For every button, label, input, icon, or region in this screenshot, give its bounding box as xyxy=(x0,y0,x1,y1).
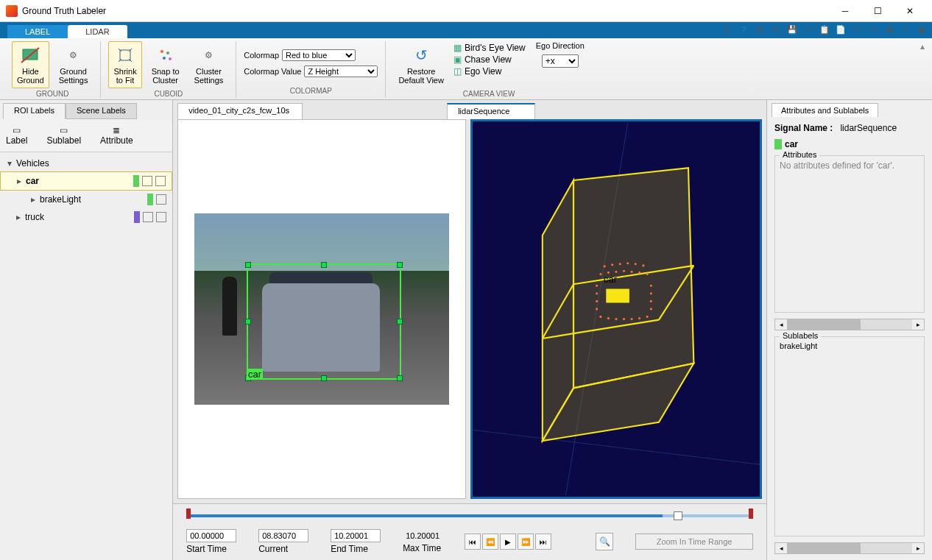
tree-item-truck[interactable]: ▸ truck xyxy=(0,208,172,226)
qa-help2-icon[interactable]: ? xyxy=(900,24,911,35)
roi-labels-tab[interactable]: ROI Labels xyxy=(3,103,66,119)
svg-point-42 xyxy=(638,317,640,319)
tree-group-vehicles[interactable]: ▾ Vehicles xyxy=(0,155,172,171)
scroll-right-icon[interactable]: ▸ xyxy=(912,319,924,330)
restore-default-view-button[interactable]: ↺ RestoreDefault View xyxy=(393,41,449,88)
zoom-time-button[interactable]: 🔍 xyxy=(596,533,613,550)
svg-point-29 xyxy=(596,285,598,287)
video-view[interactable]: car xyxy=(177,119,466,499)
ribbon-group-cameraview: ↺ RestoreDefault View ▦Bird's Eye View ▣… xyxy=(386,41,591,98)
play-button[interactable]: ▶ xyxy=(500,534,516,550)
qa-paste-icon[interactable]: 📄 xyxy=(835,24,847,35)
svg-point-41 xyxy=(631,318,633,320)
birdseye-view-button[interactable]: ▦Bird's Eye View xyxy=(453,43,526,53)
svg-point-39 xyxy=(615,318,617,320)
bbox-handle[interactable] xyxy=(397,262,403,268)
qa-print-icon[interactable]: 🖶 xyxy=(883,24,895,35)
svg-point-24 xyxy=(615,271,617,273)
svg-point-33 xyxy=(650,285,652,287)
qa-redo-icon[interactable]: ↷ xyxy=(867,24,879,35)
svg-point-32 xyxy=(596,308,598,311)
bbox-handle[interactable] xyxy=(245,262,251,268)
add-label-button[interactable]: ▭Label xyxy=(6,125,27,146)
ego-view-button[interactable]: ◫Ego View xyxy=(453,66,526,77)
scroll-right-icon[interactable]: ▸ xyxy=(912,543,924,553)
selected-label: car xyxy=(774,139,925,149)
current-time-input[interactable] xyxy=(258,529,308,542)
start-time-input[interactable] xyxy=(186,529,236,542)
attributes-hscroll[interactable]: ◂ ▸ xyxy=(774,319,925,330)
scroll-left-icon[interactable]: ◂ xyxy=(775,319,787,330)
bbox-handle[interactable] xyxy=(321,375,327,381)
cuboid-shape-icon[interactable] xyxy=(156,212,166,222)
goto-start-button[interactable]: ⏮ xyxy=(465,534,481,550)
chase-view-button[interactable]: ▣Chase View xyxy=(453,54,526,65)
rect-shape-icon[interactable] xyxy=(142,176,152,186)
timeline-panel: Start Time Current End Time 10.20001 Max… xyxy=(173,503,766,560)
rect-shape-icon[interactable] xyxy=(156,194,166,205)
svg-point-6 xyxy=(169,57,172,60)
end-time-input[interactable] xyxy=(331,529,381,542)
ribbon-toggle-icon[interactable]: ▴ xyxy=(917,41,928,52)
tab-label[interactable]: LABEL xyxy=(7,25,68,38)
lidar-signal-tab[interactable]: lidarSequence xyxy=(447,103,535,119)
bbox-handle[interactable] xyxy=(321,262,327,268)
qa-help-icon[interactable]: ? xyxy=(738,24,749,35)
maximize-button[interactable]: ☐ xyxy=(861,1,894,21)
lidar-scene xyxy=(473,121,760,497)
zoom-time-range-button[interactable]: Zoom In Time Range xyxy=(635,534,753,550)
qa-c-icon[interactable]: C xyxy=(721,24,733,35)
scroll-left-icon[interactable]: ◂ xyxy=(775,543,787,553)
timeline-start-flag[interactable] xyxy=(186,508,191,519)
restore-label: RestoreDefault View xyxy=(398,67,444,85)
cuboid-shape-icon[interactable] xyxy=(155,176,166,186)
main-content: ROI Labels Scene Labels ▭Label ▭Sublabel… xyxy=(0,100,932,560)
lidar-view[interactable]: car xyxy=(470,119,762,499)
qa-copy-icon[interactable]: 📋 xyxy=(819,24,830,35)
add-attribute-button[interactable]: ≣Attribute xyxy=(100,125,133,146)
qa-mw-icon[interactable]: M xyxy=(754,24,766,35)
colormap-select[interactable]: Red to blue xyxy=(282,49,356,61)
qa-undo-icon[interactable]: ↶ xyxy=(851,24,863,35)
timeline-end-flag[interactable] xyxy=(749,508,753,519)
tree-item-brakelight[interactable]: ▸ brakeLight xyxy=(0,191,172,208)
scroll-thumb[interactable] xyxy=(787,543,861,553)
ego-direction-select[interactable]: +x xyxy=(542,54,579,68)
svg-point-43 xyxy=(646,316,649,318)
shrink-to-fit-button[interactable]: Shrinkto Fit xyxy=(108,41,141,88)
qa-save-icon[interactable]: 💾 xyxy=(786,24,798,35)
bbox-handle[interactable] xyxy=(397,375,403,381)
bounding-box-car[interactable]: car xyxy=(247,263,401,380)
minimize-button[interactable]: ─ xyxy=(829,1,861,21)
add-sublabel-button[interactable]: ▭Sublabel xyxy=(46,125,81,146)
step-forward-button[interactable]: ⏩ xyxy=(518,534,534,550)
colormap-value-select[interactable]: Z Height xyxy=(304,65,378,77)
attributes-sublabels-tab[interactable]: Attributes and Sublabels xyxy=(772,103,878,117)
scroll-thumb[interactable] xyxy=(787,319,861,330)
bbox-handle[interactable] xyxy=(245,319,251,325)
close-button[interactable]: ✕ xyxy=(894,1,926,21)
bbox-handle[interactable] xyxy=(397,319,403,325)
rect-shape-icon[interactable] xyxy=(143,212,153,222)
tree-item-car[interactable]: ▸ car xyxy=(0,171,172,191)
colormap-label: Colormap xyxy=(244,51,279,60)
qa-about-icon[interactable]: ◉ xyxy=(916,24,928,35)
video-signal-tab[interactable]: video_01_city_c2s_fcw_10s xyxy=(177,103,303,119)
snap-to-cluster-button[interactable]: Snap toCluster xyxy=(146,41,185,88)
goto-end-button[interactable]: ⏭ xyxy=(535,534,551,550)
qa-s-icon[interactable]: S xyxy=(770,24,782,35)
svg-point-22 xyxy=(599,273,601,275)
cluster-settings-button[interactable]: ⚙ ClusterSettings xyxy=(189,41,229,88)
qa-cut-icon[interactable]: ✂ xyxy=(802,24,814,35)
step-back-button[interactable]: ⏪ xyxy=(482,534,498,550)
sublabels-hscroll[interactable]: ◂ ▸ xyxy=(774,542,925,554)
hide-ground-button[interactable]: HideGround xyxy=(12,41,49,88)
max-time-label: Max Time xyxy=(403,543,442,553)
scene-labels-tab[interactable]: Scene Labels xyxy=(66,103,137,119)
tab-lidar[interactable]: LIDAR xyxy=(68,25,127,38)
svg-point-17 xyxy=(611,263,613,266)
sublabel-item-brakelight[interactable]: brakeLight xyxy=(780,341,919,350)
timeline-scrubber[interactable] xyxy=(674,511,682,520)
timeline-track[interactable] xyxy=(186,510,753,522)
ground-settings-button[interactable]: ⚙ GroundSettings xyxy=(54,41,93,88)
